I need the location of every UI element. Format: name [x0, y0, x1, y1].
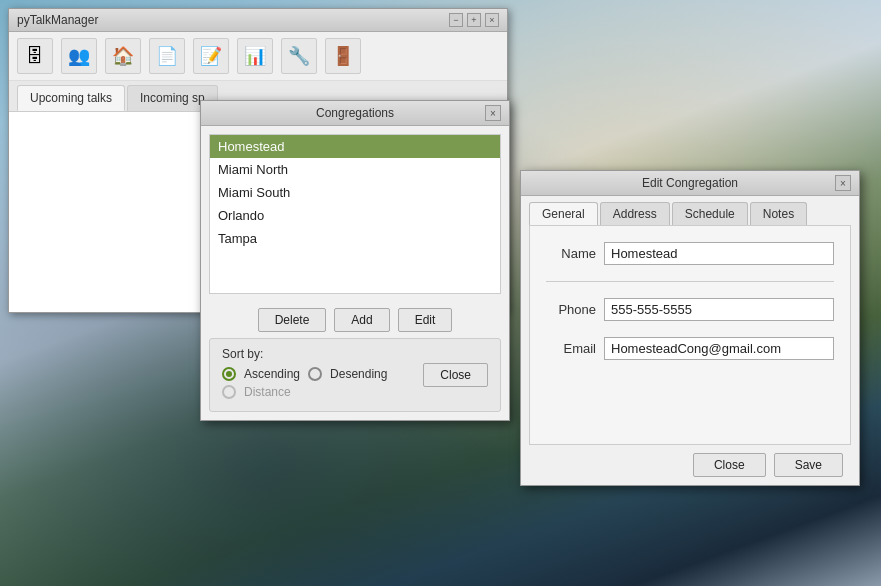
document-icon[interactable]: 📄: [149, 38, 185, 74]
congregations-list[interactable]: Homestead Miami North Miami South Orland…: [209, 134, 501, 294]
main-titlebar-buttons: − + ×: [449, 13, 499, 27]
sort-by-label: Sort by:: [222, 347, 403, 361]
descending-label: Desending: [330, 367, 387, 381]
cong-titlebar: Congregations ×: [201, 101, 509, 126]
presentation-icon[interactable]: 📊: [237, 38, 273, 74]
list-item[interactable]: Homestead: [210, 135, 500, 158]
edit-footer: Close Save: [521, 445, 859, 485]
edit-close-button[interactable]: Close: [693, 453, 766, 477]
edit-doc-icon[interactable]: 📝: [193, 38, 229, 74]
main-titlebar: pyTalkManager − + ×: [9, 9, 507, 32]
sort-ascending-row: Ascending Desending: [222, 367, 403, 381]
cong-sort-close-button[interactable]: Close: [423, 363, 488, 387]
sort-distance-row: Distance: [222, 385, 403, 399]
email-input[interactable]: [604, 337, 834, 360]
cong-dialog-title: Congregations: [225, 106, 485, 120]
name-form-row: Name: [546, 242, 834, 265]
exit-icon[interactable]: 🚪: [325, 38, 361, 74]
tab-general[interactable]: General: [529, 202, 598, 225]
form-divider: [546, 281, 834, 282]
tab-notes[interactable]: Notes: [750, 202, 807, 225]
email-form-row: Email: [546, 337, 834, 360]
name-label: Name: [546, 246, 596, 261]
phone-input[interactable]: [604, 298, 834, 321]
sort-section: Sort by: Ascending Desending Distance Cl…: [209, 338, 501, 412]
ascending-label: Ascending: [244, 367, 300, 381]
edit-dialog-title: Edit Congregation: [545, 176, 835, 190]
main-close-button[interactable]: ×: [485, 13, 499, 27]
tools-icon[interactable]: 🔧: [281, 38, 317, 74]
email-label: Email: [546, 341, 596, 356]
edit-titlebar: Edit Congregation ×: [521, 171, 859, 196]
edit-close-x-button[interactable]: ×: [835, 175, 851, 191]
tab-schedule[interactable]: Schedule: [672, 202, 748, 225]
main-window-title: pyTalkManager: [17, 13, 98, 27]
distance-label: Distance: [244, 385, 291, 399]
database-icon[interactable]: 🗄: [17, 38, 53, 74]
cong-close-x-button[interactable]: ×: [485, 105, 501, 121]
list-item[interactable]: Miami South: [210, 181, 500, 204]
name-input[interactable]: [604, 242, 834, 265]
delete-button[interactable]: Delete: [258, 308, 327, 332]
edit-tabs-bar: General Address Schedule Notes: [521, 196, 859, 225]
descending-radio[interactable]: [308, 367, 322, 381]
ascending-radio[interactable]: [222, 367, 236, 381]
maximize-button[interactable]: +: [467, 13, 481, 27]
minimize-button[interactable]: −: [449, 13, 463, 27]
tab-upcoming-talks[interactable]: Upcoming talks: [17, 85, 125, 111]
home-icon[interactable]: 🏠: [105, 38, 141, 74]
edit-button[interactable]: Edit: [398, 308, 453, 332]
list-item[interactable]: Miami North: [210, 158, 500, 181]
edit-congregation-dialog: Edit Congregation × General Address Sche…: [520, 170, 860, 486]
cong-action-buttons: Delete Add Edit: [201, 302, 509, 338]
contacts-icon[interactable]: 👥: [61, 38, 97, 74]
tab-address[interactable]: Address: [600, 202, 670, 225]
list-item[interactable]: Orlando: [210, 204, 500, 227]
congregations-dialog: Congregations × Homestead Miami North Mi…: [200, 100, 510, 421]
list-item[interactable]: Tampa: [210, 227, 500, 250]
distance-radio[interactable]: [222, 385, 236, 399]
phone-label: Phone: [546, 302, 596, 317]
add-button[interactable]: Add: [334, 308, 389, 332]
edit-save-button[interactable]: Save: [774, 453, 843, 477]
main-toolbar: 🗄 👥 🏠 📄 📝 📊 🔧 🚪: [9, 32, 507, 81]
phone-form-row: Phone: [546, 298, 834, 321]
edit-content-area: Name Phone Email: [529, 225, 851, 445]
sort-options-group: Sort by: Ascending Desending Distance: [222, 347, 403, 403]
